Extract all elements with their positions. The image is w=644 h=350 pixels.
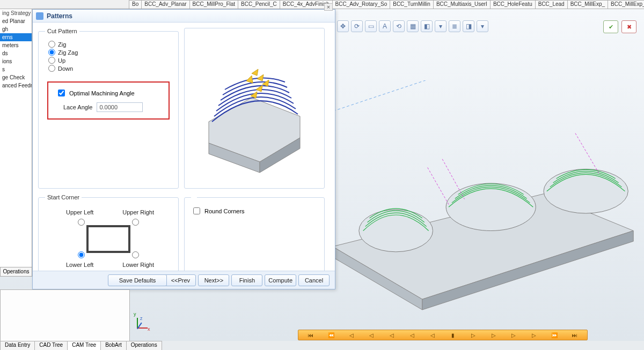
playbar-button[interactable]: ◁ <box>387 331 396 339</box>
document-tab[interactable]: BCC_TurnMillin <box>390 0 434 9</box>
prev-button[interactable]: <<Prev <box>165 274 196 286</box>
axis-x-label: x <box>148 326 150 332</box>
document-tab[interactable]: BCC_Pencil_C <box>238 0 280 9</box>
playbar-button[interactable]: ◁ <box>367 331 376 339</box>
layers-icon[interactable]: ≣ <box>449 20 460 32</box>
tree-item[interactable]: meters <box>0 41 32 49</box>
tree-panel: ing Strategy ed Planarghernsmetersdsions… <box>0 9 32 272</box>
A-icon[interactable]: A <box>379 20 391 32</box>
playbar-button[interactable]: ▮ <box>449 331 457 339</box>
check-icon: ✔ <box>609 24 613 31</box>
select-icon[interactable]: ▭ <box>365 20 377 32</box>
grid-icon[interactable]: ▦ <box>407 20 419 32</box>
tree-item[interactable]: anced Feedrates <box>0 81 32 90</box>
playbar-button[interactable]: ▷ <box>469 331 478 339</box>
radio-up-label: Up <box>58 57 65 64</box>
corner-lr-label: Lower Right <box>122 262 154 268</box>
document-tab[interactable]: BCC_Lead <box>535 0 568 9</box>
corner-ll-label: Lower Left <box>66 262 93 268</box>
corner-ul-label: Upper Left <box>66 209 93 215</box>
compute-button[interactable]: Compute <box>265 274 296 286</box>
pattern-preview <box>184 28 325 189</box>
corner-ll-radio[interactable] <box>78 251 85 258</box>
document-tab[interactable]: BCC_Multiaxis_UserI <box>433 0 491 9</box>
tree-item[interactable]: gh <box>0 25 32 33</box>
x-icon: ✖ <box>627 24 632 31</box>
playbar-button[interactable]: ▷ <box>509 331 518 339</box>
dialog-footer: Save Defaults <<Prev Next>> Finish Compu… <box>33 271 335 289</box>
viewport-model <box>322 80 639 318</box>
radio-down[interactable]: Down <box>48 65 172 72</box>
dialog-titlebar[interactable]: Patterns <box>33 10 335 23</box>
start-corner-legend: Start Corner <box>45 194 82 200</box>
round-corners-checkbox[interactable] <box>193 207 200 214</box>
corner-ul-radio[interactable] <box>78 219 85 226</box>
document-tab[interactable]: BCC_MillPro_Flat <box>189 0 238 9</box>
bottom-tab[interactable]: CAM Tree <box>67 341 101 350</box>
radio-up-input[interactable] <box>48 57 55 64</box>
lace-angle-input[interactable] <box>97 102 143 112</box>
radio-zigzag[interactable]: Zig Zag <box>48 49 172 56</box>
dialog-close-button[interactable]: × <box>324 3 333 11</box>
tree-item[interactable]: s <box>0 65 32 73</box>
playbar-button[interactable]: ⏮ <box>306 331 315 339</box>
svg-point-5 <box>544 169 628 213</box>
cube-icon[interactable]: ◧ <box>421 20 433 32</box>
radio-zigzag-label: Zig Zag <box>58 49 78 56</box>
radio-up[interactable]: Up <box>48 57 172 64</box>
move-icon[interactable]: ✥ <box>337 20 349 32</box>
playbar-button[interactable]: ⏭ <box>570 331 579 339</box>
tree-item[interactable]: ds <box>0 49 32 57</box>
bottom-tabs: Data EntryCAD TreeCAM TreeBobArtOperatio… <box>0 341 162 350</box>
radio-down-input[interactable] <box>48 65 55 72</box>
show-operations-button[interactable]: Operations <box>0 267 32 277</box>
chevron2-icon[interactable]: ▾ <box>477 20 488 32</box>
document-tab[interactable]: BCC_MillExp_Po <box>608 0 644 9</box>
document-tab[interactable]: BCC_HoleFeatu <box>490 0 536 9</box>
optimal-angle-checkbox[interactable] <box>58 90 65 96</box>
corner-ur-radio[interactable] <box>132 219 139 226</box>
tree-item[interactable]: ed Planar <box>0 17 32 25</box>
chevron-icon[interactable]: ▾ <box>435 20 447 32</box>
playbar-button[interactable]: ◁ <box>428 331 437 339</box>
corner-lr-radio[interactable] <box>132 251 139 258</box>
playbar-button[interactable]: ◁ <box>347 331 356 339</box>
bottom-tab[interactable]: Data Entry <box>0 341 35 350</box>
dialog-icon <box>36 12 43 20</box>
document-tab[interactable]: BCC_MillExp_ <box>567 0 608 9</box>
radio-zigzag-input[interactable] <box>48 49 55 56</box>
playbar-button[interactable]: ▷ <box>530 331 538 339</box>
tree-root[interactable]: ing Strategy <box>0 9 32 17</box>
tree-item[interactable]: erns <box>0 33 32 41</box>
rotate-icon[interactable]: ⟳ <box>351 20 363 32</box>
next-button[interactable]: Next>> <box>198 274 229 286</box>
svg-marker-13 <box>246 76 253 83</box>
cancel-button[interactable]: Cancel <box>298 274 330 286</box>
document-tab[interactable]: Bo <box>129 0 142 9</box>
radio-zig-label: Zig <box>58 41 66 48</box>
bottom-tab[interactable]: Operations <box>126 341 162 350</box>
radio-zig-input[interactable] <box>48 41 55 48</box>
playbar-button[interactable]: ◁ <box>408 331 416 339</box>
confirm-cancel-button[interactable]: ✖ <box>621 20 636 33</box>
bottom-tab[interactable]: CAD Tree <box>34 341 68 350</box>
document-tab[interactable]: BCC_Adv_Planar <box>141 0 189 9</box>
cube2-icon[interactable]: ◨ <box>463 20 474 32</box>
optimal-angle-checkbox-row[interactable]: Optimal Machining Angle <box>56 88 161 98</box>
document-tab[interactable]: BCC_Adv_Rotary_So <box>332 0 391 9</box>
tree-lower-well <box>0 289 130 342</box>
playbar-button[interactable]: ⏪ <box>327 331 335 339</box>
radio-zig[interactable]: Zig <box>48 41 172 48</box>
refresh-icon[interactable]: ⟲ <box>393 20 405 32</box>
finish-button[interactable]: Finish <box>231 274 262 286</box>
svg-line-6 <box>322 80 449 120</box>
bottom-tab[interactable]: BobArt <box>100 341 127 350</box>
playbar-button[interactable]: ⏩ <box>550 331 559 339</box>
round-corners-label: Round Corners <box>204 208 245 214</box>
tree-item[interactable]: ge Check <box>0 73 32 81</box>
confirm-ok-button[interactable]: ✔ <box>603 20 618 33</box>
tree-item[interactable]: ions <box>0 57 32 65</box>
playbar-button[interactable]: ▷ <box>489 331 498 339</box>
round-corners-checkbox-row[interactable]: Round Corners <box>191 206 318 216</box>
save-defaults-button[interactable]: Save Defaults <box>108 274 167 286</box>
